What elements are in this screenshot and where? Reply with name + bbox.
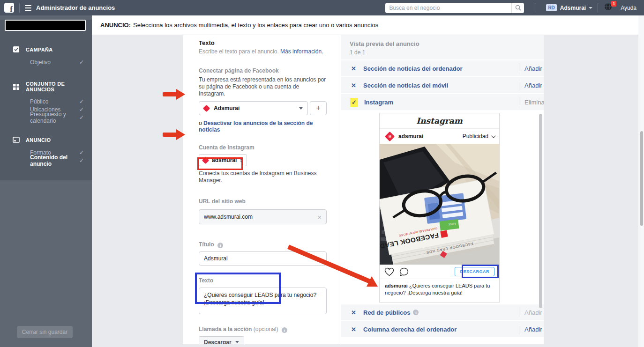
chevron-down-icon [299,107,303,110]
preview-scrollbar-thumb[interactable] [539,114,542,308]
account-menu[interactable]: Adsmurai [560,5,592,11]
sort-arrows-icon [240,158,243,162]
check-icon-highlighted: ✓ [350,98,358,107]
sidebar-section-adset: CONJUNTO DE ANUNCIOS Público ✓ Ubicacion… [0,81,92,121]
website-url-field: × [199,209,327,224]
facebook-logo-icon[interactable]: f [4,3,14,13]
check-icon: ✓ [79,149,84,156]
chevron-down-icon [589,7,592,9]
adsmurai-logo-icon [203,104,210,112]
download-cta-button[interactable]: DESCARGAR [455,267,494,276]
more-info-link[interactable]: Más información. [280,48,323,55]
text-label: Texto [199,277,327,284]
sidebar-nav: CAMPAÑA Objetivo ✓ CONJUNTO DE ANUNCIOS … [0,20,92,180]
selected-page: Adsmurai [214,105,240,111]
add-placement-button[interactable]: Añadir [519,326,544,333]
text-section: Texto ¿Quieres conseguir LEADS para tu n… [199,277,327,314]
selected-instagram-account: adsmurai [212,157,237,163]
placement-row-right-column: ✕ Columna derecha del ordenador Añadir [341,321,544,337]
remove-placement-icon[interactable]: ✕ [350,65,357,72]
sidebar-section-title: CONJUNTO DE ANUNCIOS [26,81,92,92]
step-header-prefix: ANUNCIO: [100,22,131,29]
title-label: Título [199,241,214,248]
notification-count-badge: 1 [611,1,616,7]
sidebar-section-title: CAMPAÑA [26,47,53,52]
ad-text-form: Texto Escribe el texto para el anuncio. … [183,35,341,344]
comment-icon[interactable] [399,267,409,276]
step-header: ANUNCIO: Selecciona los archivos multime… [92,15,644,35]
remove-placement-button[interactable]: Eliminar [519,99,544,106]
placement-row-mobile-newsfeed: ✕ Sección de noticias del móvil Añadir [341,77,544,93]
preview-header: Vista previa del anuncio 1 de 1 [341,35,544,59]
remove-placement-icon[interactable]: ✕ [350,326,357,333]
placement-row-audience-network: ✕ Red de públicos i Añadir [341,304,544,320]
like-heart-icon[interactable] [384,267,394,276]
sidebar-item-presupuesto[interactable]: Presupuesto y calendario ✓ [0,113,92,121]
remove-placement-icon[interactable]: ✕ [350,82,357,89]
chevron-down-icon [235,341,239,343]
add-placement-button[interactable]: Añadir [519,65,544,72]
sidebar-item-contenido[interactable]: Contenido del anuncio ✓ [0,156,92,164]
preview-pagination: 1 de 1 [350,49,544,56]
connect-page-label: Conectar página de Facebook [199,67,327,74]
info-icon[interactable]: i [282,327,287,333]
disable-newsfeed-ads-link[interactable]: Desactivar los anuncios de la sección de… [199,120,313,133]
topbar-divider [598,3,598,13]
app-title: Administrador de anuncios [36,4,115,11]
info-icon[interactable]: i [217,243,223,248]
instagram-ad-preview: Instagram M adsmurai Publicidad [379,113,500,303]
form-subheading: Escribe el texto para el anuncio. [199,48,279,55]
topbar: f Administrador de anuncios RD Adsmurai … [0,0,644,15]
clear-icon[interactable]: × [317,214,322,221]
sidebar-section-ad: ANUNCIO Formato ✓ Contenido del anuncio … [0,136,92,164]
sidebar-item-publico[interactable]: Público ✓ [0,97,92,105]
business-search [385,3,524,13]
caption-username[interactable]: adsmurai [385,283,408,288]
preview-title: Vista previa del anuncio [350,40,544,47]
website-url-input[interactable] [204,214,317,220]
form-heading: Texto [199,39,327,47]
check-icon: ✓ [79,114,84,121]
topbar-divider [535,3,535,13]
cta-dropdown[interactable]: Descargar [199,336,244,344]
wizard-sidebar: CAMPAÑA Objetivo ✓ CONJUNTO DE ANUNCIOS … [0,15,92,347]
instagram-username[interactable]: adsmurai [398,133,423,140]
account-initials-badge: RD [546,4,556,11]
help-link[interactable]: Ayuda [621,5,637,11]
cta-value: Descargar [204,339,232,345]
close-without-saving-button[interactable]: Cerrar sin guardar [17,326,73,338]
notifications-globe-icon[interactable]: 1 [604,3,612,13]
sidebar-item-objetivo[interactable]: Objetivo ✓ [0,58,92,66]
text-input[interactable]: ¿Quieres conseguir LEADS para tu negocio… [199,288,327,314]
sidebar-section-campaign: CAMPAÑA Objetivo ✓ [0,46,92,66]
campaign-icon [13,46,20,53]
disable-prefix: o [199,120,202,126]
connect-page-section: Conectar página de Facebook Tu empresa e… [199,67,327,133]
title-input[interactable] [199,251,327,266]
cta-optional: (opcional) [254,326,278,332]
instagram-logotype: Instagram [380,113,499,129]
website-url-section: URL del sitio web × [199,198,327,224]
cta-section: Llamada a la acción (opcional) i Descarg… [199,326,327,344]
facebook-page-dropdown[interactable]: Adsmurai [199,101,308,115]
info-icon[interactable]: i [413,310,419,315]
menu-icon[interactable] [25,5,31,11]
instagram-account-section: Cuenta de Instagram adsmurai Conecta tus… [199,144,327,184]
sponsored-menu[interactable]: Publicidad [463,133,494,140]
remove-placement-icon[interactable]: ✕ [350,309,357,316]
add-placement-button[interactable]: Añadir [519,82,544,89]
sidebar-section-title: ANUNCIO [26,137,51,143]
add-page-button[interactable]: + [310,101,327,115]
instagram-account-dropdown[interactable]: adsmurai [199,154,247,166]
check-icon: ✓ [79,59,84,66]
connect-page-description: Tu empresa está representada en los anun… [199,76,327,97]
check-icon: ✓ [79,106,84,113]
search-icon[interactable] [511,3,524,13]
search-input[interactable] [385,5,511,11]
add-placement-button[interactable]: Añadir [519,309,544,316]
website-url-label: URL del sitio web [199,198,327,205]
window-scrollbar-thumb[interactable] [640,131,643,226]
ad-image: Desc FACEBOOK LEAD ADS GUÍA PARA EL BUEN… [380,144,499,265]
adsmurai-logo-icon [202,156,210,164]
adset-grid-icon [13,83,20,90]
